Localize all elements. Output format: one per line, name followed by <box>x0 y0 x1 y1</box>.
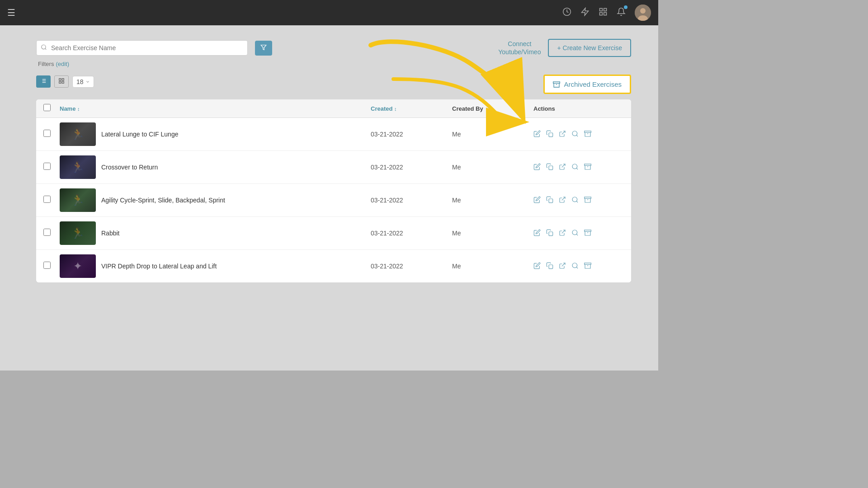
row-name-cell-1: 🏃 Lateral Lunge to CIF Lunge <box>60 122 371 146</box>
header-created[interactable]: Created ↕ <box>371 105 452 112</box>
svg-line-37 <box>562 197 565 200</box>
notification-badge <box>624 5 627 9</box>
svg-line-33 <box>576 168 578 169</box>
row-checkbox-cell <box>43 130 60 139</box>
row-checkbox-4[interactable] <box>43 229 51 236</box>
exercise-thumbnail-4: 🏃 <box>60 221 96 245</box>
history-icon[interactable] <box>562 7 571 19</box>
table-row: 🏃 Rabbit 03-21-2022 Me <box>36 217 631 250</box>
header-created-by: Created By <box>452 105 533 112</box>
svg-point-44 <box>572 230 577 235</box>
svg-line-51 <box>576 267 578 268</box>
search-action-row: Connect Youtube/Vimeo + Create New Exerc… <box>36 39 631 57</box>
search-icon-4[interactable] <box>571 229 579 238</box>
table-row: 🏃 Crossover to Return 03-21-2022 Me <box>36 151 631 184</box>
svg-rect-2 <box>600 8 603 11</box>
external-link-icon-4[interactable] <box>559 229 566 238</box>
row-checkbox-1[interactable] <box>43 130 51 137</box>
svg-rect-36 <box>549 199 553 203</box>
svg-rect-19 <box>62 79 64 80</box>
archive-icon-4[interactable] <box>584 229 591 238</box>
connect-youtube-vimeo-link[interactable]: Connect Youtube/Vimeo <box>498 40 541 56</box>
edit-icon-3[interactable] <box>533 196 541 205</box>
row-name-cell-5: ✦ VIPR Depth Drop to Lateral Leap and Li… <box>60 254 371 278</box>
svg-point-38 <box>572 197 577 202</box>
external-link-icon-1[interactable] <box>559 130 566 139</box>
exercise-name-2: Crossover to Return <box>101 164 158 171</box>
copy-icon-2[interactable] <box>546 163 553 172</box>
filter-button[interactable] <box>255 41 272 56</box>
edit-icon-5[interactable] <box>533 262 541 271</box>
lightning-icon[interactable] <box>580 7 590 19</box>
archived-exercises-button[interactable]: Archived Exercises <box>543 75 631 94</box>
select-all-checkbox[interactable] <box>43 104 51 111</box>
create-new-exercise-button[interactable]: + Create New Exercise <box>548 39 631 57</box>
hamburger-menu-icon[interactable]: ☰ <box>7 7 15 18</box>
archive-icon-3[interactable] <box>584 196 591 205</box>
user-avatar[interactable] <box>635 5 651 21</box>
grid-view-button[interactable] <box>54 75 69 88</box>
svg-line-31 <box>562 164 565 167</box>
search-icon-1[interactable] <box>571 130 579 139</box>
filters-edit-link[interactable]: (edit) <box>56 61 69 67</box>
svg-rect-40 <box>585 197 591 198</box>
table-row: ✦ VIPR Depth Drop to Lateral Leap and Li… <box>36 250 631 282</box>
svg-point-9 <box>42 45 46 49</box>
grid-icon[interactable] <box>599 7 608 19</box>
svg-rect-5 <box>604 12 607 15</box>
copy-icon-3[interactable] <box>546 196 553 205</box>
row-date-2: 03-21-2022 <box>371 164 452 171</box>
search-icon-2[interactable] <box>571 163 579 172</box>
svg-rect-24 <box>549 133 553 137</box>
header-checkbox-cell <box>43 104 60 113</box>
svg-line-27 <box>576 135 578 136</box>
copy-icon-4[interactable] <box>546 229 553 238</box>
search-wrapper <box>36 40 248 56</box>
row-checkbox-cell <box>43 229 60 238</box>
row-name-cell-2: 🏃 Crossover to Return <box>60 155 371 179</box>
edit-icon-1[interactable] <box>533 130 541 139</box>
archive-icon-2[interactable] <box>584 163 591 172</box>
search-icon-3[interactable] <box>571 196 579 205</box>
row-created-by-3: Me <box>452 197 533 204</box>
archive-icon-1[interactable] <box>584 130 591 139</box>
svg-line-45 <box>576 234 578 235</box>
svg-rect-48 <box>549 265 553 269</box>
search-input[interactable] <box>36 40 248 56</box>
table-row: 🏃 Lateral Lunge to CIF Lunge 03-21-2022 … <box>36 118 631 151</box>
table-header: Name ↕ Created ↕ Created By Actions <box>36 99 631 118</box>
row-checkbox-2[interactable] <box>43 163 51 170</box>
row-date-5: 03-21-2022 <box>371 263 452 270</box>
archive-icon-5[interactable] <box>584 262 591 271</box>
edit-icon-2[interactable] <box>533 163 541 172</box>
notification-bell-icon[interactable] <box>617 7 626 19</box>
external-link-icon-2[interactable] <box>559 163 566 172</box>
copy-icon-5[interactable] <box>546 262 553 271</box>
svg-point-32 <box>572 164 577 169</box>
external-link-icon-3[interactable] <box>559 196 566 205</box>
row-checkbox-5[interactable] <box>43 262 51 269</box>
exercise-thumbnail-1: 🏃 <box>60 122 96 146</box>
row-checkbox-3[interactable] <box>43 196 51 203</box>
search-icon <box>41 44 47 52</box>
copy-icon-1[interactable] <box>546 130 553 139</box>
row-created-by-5: Me <box>452 263 533 270</box>
row-actions-1 <box>533 130 624 139</box>
list-view-button[interactable] <box>36 75 51 88</box>
row-actions-5 <box>533 262 624 271</box>
row-actions-2 <box>533 163 624 172</box>
row-created-by-4: Me <box>452 230 533 237</box>
row-date-4: 03-21-2022 <box>371 230 452 237</box>
svg-line-49 <box>562 263 565 266</box>
header-name[interactable]: Name ↕ <box>60 105 371 112</box>
exercise-name-5: VIPR Depth Drop to Lateral Leap and Lift <box>101 263 217 270</box>
row-created-by-2: Me <box>452 164 533 171</box>
external-link-icon-5[interactable] <box>559 262 566 271</box>
svg-rect-42 <box>549 232 553 236</box>
search-icon-5[interactable] <box>571 262 579 271</box>
svg-marker-1 <box>582 8 589 15</box>
edit-icon-4[interactable] <box>533 229 541 238</box>
main-content-area: Connect Youtube/Vimeo + Create New Exerc… <box>0 25 658 371</box>
svg-rect-22 <box>553 82 560 83</box>
per-page-selector[interactable]: 18 <box>72 76 94 88</box>
